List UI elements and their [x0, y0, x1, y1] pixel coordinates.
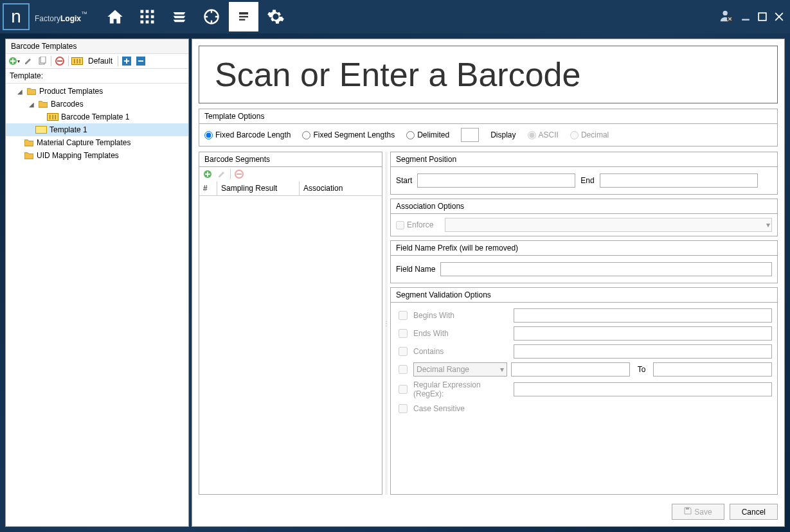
nav-grid-icon[interactable] — [132, 2, 162, 31]
barcode-icon: ||| — [47, 113, 58, 121]
splitter-handle[interactable] — [385, 152, 388, 495]
edit-button[interactable] — [22, 55, 34, 67]
template-icon — [35, 126, 47, 134]
brand-label: FactoryLogix™ — [35, 8, 87, 25]
delete-button[interactable] — [54, 55, 66, 67]
titlebar: n FactoryLogix™ — [0, 0, 790, 33]
tree-template-1[interactable]: Template 1 — [6, 123, 188, 136]
default-barcode-icon[interactable]: ||| — [71, 57, 83, 65]
copy-button[interactable] — [37, 55, 48, 67]
begins-with-input[interactable] — [514, 308, 772, 323]
scan-input-area[interactable]: Scan or Enter a Barcode — [199, 46, 778, 103]
barcode-segments-title: Barcode Segments — [199, 152, 382, 167]
validation-group: Segment Validation Options Begins With E… — [390, 287, 778, 495]
range-to-input[interactable] — [653, 362, 772, 377]
nav-home-icon[interactable] — [100, 2, 130, 31]
collapse-all-button[interactable] — [135, 55, 147, 67]
tree-barcode-template-1[interactable]: ||| Barcode Template 1 — [6, 111, 188, 123]
regex-check — [399, 385, 408, 394]
folder-icon — [24, 150, 34, 161]
decimal-range-select: Decimal Range▾ — [413, 362, 507, 377]
svg-rect-2 — [239, 12, 248, 15]
folder-icon — [24, 137, 34, 148]
segment-add-button[interactable] — [202, 168, 213, 180]
field-prefix-group: Field Name Prefix (will be removed) Fiel… — [390, 240, 778, 283]
range-from-input[interactable] — [511, 362, 630, 377]
case-sensitive-check — [399, 404, 408, 413]
add-button[interactable]: ▾ — [8, 55, 20, 67]
default-label: Default — [85, 57, 115, 66]
regex-input[interactable] — [514, 382, 772, 396]
contains-check — [399, 347, 408, 356]
template-label: Template: — [6, 69, 188, 84]
svg-rect-4 — [239, 19, 245, 21]
nav-target-icon[interactable] — [197, 2, 226, 31]
minimize-button[interactable] — [741, 12, 750, 21]
association-options-group: Association Options Enforce ▾ — [390, 199, 778, 236]
segment-edit-button — [216, 168, 228, 180]
sidebar-toolbar: ▾ ||| Default — [6, 54, 188, 69]
ends-with-check — [399, 329, 408, 338]
sidebar: Barcode Templates ▾ ||| Default Template… — [5, 39, 189, 527]
expand-all-button[interactable] — [121, 55, 132, 67]
radio-fixed-segments[interactable]: Fixed Segment Lengths — [302, 130, 395, 139]
segment-position-group: Segment Position Start End — [390, 152, 778, 195]
scan-title: Scan or Enter a Barcode — [215, 55, 762, 94]
nav-toolbar — [100, 2, 291, 31]
field-name-input[interactable] — [440, 262, 772, 276]
close-button[interactable] — [775, 12, 784, 21]
enforce-checkbox: Enforce — [396, 220, 433, 229]
ends-with-input[interactable] — [514, 326, 772, 341]
template-options-title: Template Options — [199, 109, 777, 124]
window-controls — [719, 9, 784, 25]
main-panel: Scan or Enter a Barcode Template Options… — [192, 39, 785, 527]
tree-uid-mapping[interactable]: UID Mapping Templates — [6, 149, 188, 162]
svg-rect-8 — [759, 13, 766, 21]
footer: Save Cancel — [199, 500, 778, 520]
barcode-segments-group: Barcode Segments # Sampling Result Assoc… — [199, 152, 382, 495]
svg-rect-7 — [742, 19, 750, 21]
nav-stack-icon[interactable] — [165, 2, 194, 31]
begins-with-check — [399, 311, 408, 320]
decimal-range-check — [399, 365, 408, 374]
radio-decimal: Decimal — [570, 130, 609, 139]
association-select: ▾ — [445, 218, 772, 232]
svg-rect-11 — [40, 57, 46, 63]
nav-settings-icon[interactable] — [261, 2, 291, 31]
template-options-group: Template Options Fixed Barcode Length Fi… — [199, 109, 778, 146]
contains-input[interactable] — [514, 344, 772, 359]
svg-point-5 — [723, 10, 728, 15]
radio-delimited[interactable]: Delimited — [406, 130, 449, 139]
app-window: n FactoryLogix™ Barcode Templates ▾ — [0, 0, 790, 532]
save-button: Save — [672, 504, 724, 520]
radio-fixed-length[interactable]: Fixed Barcode Length — [204, 130, 291, 139]
template-tree: ◢ Product Templates ◢ Barcodes ||| Barco… — [6, 84, 188, 526]
user-icon[interactable] — [719, 9, 733, 25]
display-label: Display — [490, 130, 516, 139]
tree-barcodes[interactable]: ◢ Barcodes — [6, 98, 188, 111]
folder-icon — [26, 86, 37, 96]
folder-icon — [38, 99, 48, 109]
tree-product-templates[interactable]: ◢ Product Templates — [6, 85, 188, 98]
svg-rect-3 — [239, 16, 248, 17]
nav-templates-icon[interactable] — [229, 2, 258, 31]
sidebar-title: Barcode Templates — [6, 39, 188, 54]
cancel-button[interactable]: Cancel — [730, 504, 778, 520]
app-body: Barcode Templates ▾ ||| Default Template… — [0, 33, 790, 532]
radio-ascii: ASCII — [528, 130, 559, 139]
segment-delete-button — [233, 168, 245, 180]
save-icon — [684, 507, 692, 517]
maximize-button[interactable] — [758, 12, 767, 21]
start-input[interactable] — [417, 173, 575, 188]
tree-material-capture[interactable]: Material Capture Templates — [6, 136, 188, 149]
app-logo: n — [3, 3, 30, 30]
svg-rect-17 — [686, 508, 689, 510]
segments-table-body[interactable] — [199, 196, 382, 494]
delimiter-input[interactable] — [461, 128, 479, 142]
segments-table-header: # Sampling Result Association — [199, 181, 382, 196]
end-input[interactable] — [600, 173, 758, 188]
